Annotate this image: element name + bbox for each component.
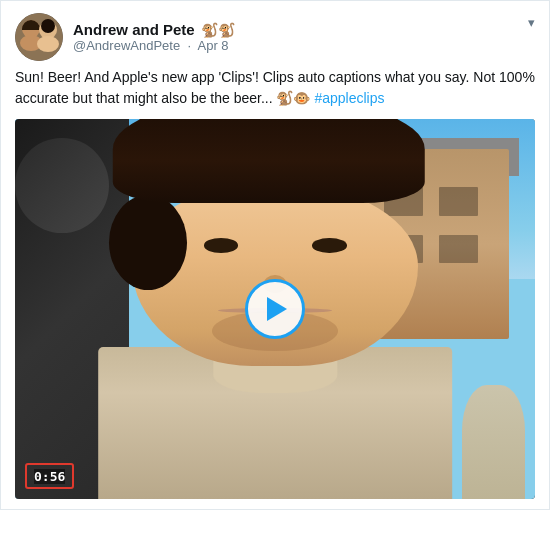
tweet-text: Sun! Beer! And Apple's new app 'Clips'! … <box>15 67 535 109</box>
user-name-row: Andrew and Pete 🐒🐒 <box>73 21 235 38</box>
play-button[interactable] <box>245 279 305 339</box>
tweet-header-left: Andrew and Pete 🐒🐒 @AndrewAndPete · Apr … <box>15 13 235 61</box>
duration-text: 0:56 <box>34 469 65 484</box>
tweet-body: Sun! Beer! And Apple's new app 'Clips'! … <box>15 69 535 106</box>
tweet-date: Apr 8 <box>198 38 229 53</box>
person-hair-side <box>109 195 187 290</box>
svg-point-7 <box>37 36 59 52</box>
tweet-card: Andrew and Pete 🐒🐒 @AndrewAndPete · Apr … <box>0 0 550 510</box>
avatar-image <box>15 13 63 61</box>
emoji-monkeys: 🐒🐒 <box>201 22 235 38</box>
video-thumbnail[interactable]: 0:56 <box>15 119 535 499</box>
video-duration-badge: 0:56 <box>25 463 74 489</box>
play-icon <box>267 297 287 321</box>
hashtag-link[interactable]: #appleclips <box>314 90 384 106</box>
person-hair <box>113 119 425 203</box>
umbrella-top <box>15 138 109 233</box>
handle-date: @AndrewAndPete · Apr 8 <box>73 38 235 53</box>
background-person <box>462 385 524 499</box>
user-info: Andrew and Pete 🐒🐒 @AndrewAndPete · Apr … <box>73 21 235 53</box>
person-shirt <box>98 347 452 499</box>
tweet-header: Andrew and Pete 🐒🐒 @AndrewAndPete · Apr … <box>15 13 535 61</box>
svg-rect-0 <box>15 13 63 61</box>
display-name[interactable]: Andrew and Pete <box>73 21 195 38</box>
avatar[interactable] <box>15 13 63 61</box>
more-options-button[interactable]: ▾ <box>528 15 535 30</box>
handle[interactable]: @AndrewAndPete <box>73 38 180 53</box>
svg-point-6 <box>41 19 55 33</box>
